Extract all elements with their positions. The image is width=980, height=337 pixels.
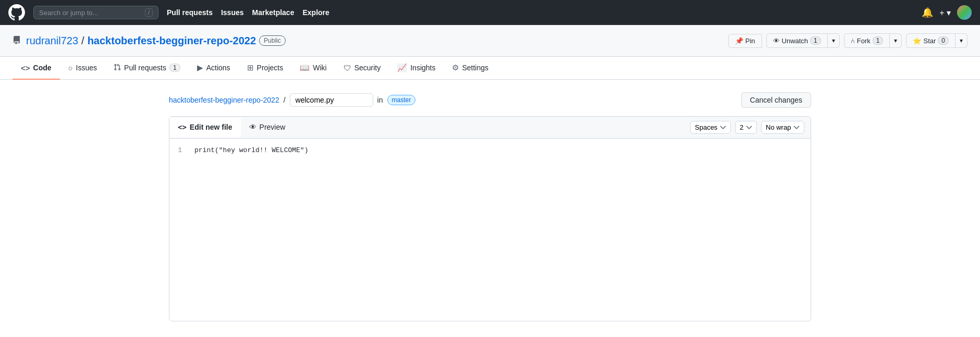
repo-header: rudranil723 / hacktoberfest-begginer-rep… [0,25,980,57]
insights-icon: 📈 [397,63,407,72]
pr-badge: 1 [169,64,180,72]
breadcrumb-separator: / [284,96,286,104]
pin-icon: 📌 [735,37,743,45]
user-avatar[interactable] [957,5,972,20]
tab-security[interactable]: 🛡 Security [335,57,389,80]
search-placeholder: Search or jump to... [39,9,98,17]
repo-actions: 📌 Pin 👁 Unwatch 1 ▾ ⑃ Fork 1 ▾ ⭐ Star [728,33,967,48]
editor-controls: Spaces 2 No wrap [684,117,811,138]
navbar-pull-requests[interactable]: Pull requests [167,8,213,17]
fork-button[interactable]: ⑃ Fork 1 [844,33,890,48]
branch-prefix: in [377,96,383,104]
tab-pull-requests[interactable]: Pull requests 1 [105,57,189,80]
fork-icon: ⑃ [851,37,855,45]
line-number-1: 1 [169,145,190,156]
navbar-right: 🔔 + ▾ [922,5,972,20]
code-line-1: 1 print("hey world!! WELCOME") [169,145,811,156]
unwatch-btn-group: 👁 Unwatch 1 ▾ [766,33,840,48]
settings-icon: ⚙ [452,63,459,72]
code-icon: <> [21,64,30,72]
tab-wiki[interactable]: 📖 Wiki [291,57,335,80]
star-btn-group: ⭐ Star 0 ▾ [906,33,967,48]
tab-actions[interactable]: ▶ Actions [189,57,239,80]
branch-badge: master [387,95,416,105]
fork-count: 1 [873,36,884,45]
pr-icon [114,64,121,72]
search-kbd: / [145,8,153,17]
pin-btn-group: 📌 Pin [728,34,762,48]
line-content-1: print("hey world!! WELCOME") [190,145,811,156]
search-box[interactable]: Search or jump to... / [33,6,158,19]
tab-edit-file[interactable]: <> Edit new file [169,118,241,138]
visibility-badge: Public [259,35,286,46]
tab-settings[interactable]: ⚙ Settings [444,57,497,80]
navbar-marketplace[interactable]: Marketplace [252,8,295,17]
repo-name-link[interactable]: hacktoberfest-begginer-repo-2022 [88,35,256,47]
editor-tabs: <> Edit new file 👁 Preview [169,118,293,138]
editor-panel: <> Edit new file 👁 Preview Spaces 2 No w… [169,116,811,321]
breadcrumb-repo-link[interactable]: hacktoberfest-begginer-repo-2022 [169,96,279,104]
tab-insights[interactable]: 📈 Insights [389,57,444,80]
repo-separator: / [81,35,84,47]
eye-preview-icon: 👁 [249,123,256,131]
repo-icon [13,35,21,47]
github-logo-icon[interactable] [8,4,25,21]
breadcrumb-row: hacktoberfest-begginer-repo-2022 / in ma… [169,92,811,108]
editor-toolbar: <> Edit new file 👁 Preview Spaces 2 No w… [169,117,811,139]
spaces-select[interactable]: Spaces [690,121,731,134]
tab-preview-file[interactable]: 👁 Preview [241,118,294,138]
fork-btn-group: ⑃ Fork 1 ▾ [844,33,902,48]
cancel-changes-button[interactable]: Cancel changes [741,92,811,108]
actions-icon: ▶ [197,63,203,72]
navbar: Search or jump to... / Pull requests Iss… [0,0,980,25]
wrap-select[interactable]: No wrap [761,121,804,134]
repo-breadcrumb: rudranil723 / hacktoberfest-begginer-rep… [13,35,286,47]
unwatch-button[interactable]: 👁 Unwatch 1 [766,33,828,48]
tab-code[interactable]: <> Code [13,57,60,80]
eye-icon: 👁 [773,37,780,45]
star-caret-button[interactable]: ▾ [956,33,967,48]
unwatch-count: 1 [810,36,821,45]
security-icon: 🛡 [344,64,351,72]
editor-container: hacktoberfest-begginer-repo-2022 / in ma… [156,80,824,334]
issues-icon: ○ [68,64,73,72]
repo-owner-link[interactable]: rudranil723 [26,35,78,47]
star-count: 0 [938,36,949,45]
indent-select[interactable]: 2 [735,121,757,134]
star-button[interactable]: ⭐ Star 0 [906,33,956,48]
pin-button[interactable]: 📌 Pin [728,34,762,48]
star-icon: ⭐ [913,37,921,45]
create-new-icon[interactable]: + ▾ [939,8,951,18]
navbar-links: Pull requests Issues Marketplace Explore [167,8,329,17]
file-breadcrumb: hacktoberfest-begginer-repo-2022 / in ma… [169,93,415,107]
filename-input[interactable] [290,93,373,107]
wiki-icon: 📖 [300,63,310,72]
projects-icon: ⊞ [247,63,254,72]
fork-caret-button[interactable]: ▾ [890,33,902,48]
code-brackets-icon: <> [178,123,187,131]
editor-body[interactable]: 1 print("hey world!! WELCOME") [169,139,811,321]
navbar-issues[interactable]: Issues [221,8,244,17]
notifications-icon[interactable]: 🔔 [922,7,933,18]
unwatch-caret-button[interactable]: ▾ [828,33,840,48]
tab-issues[interactable]: ○ Issues [60,57,106,80]
navbar-explore[interactable]: Explore [302,8,329,17]
repo-nav: <> Code ○ Issues Pull requests 1 ▶ Actio… [0,57,980,80]
tab-projects[interactable]: ⊞ Projects [239,57,292,80]
